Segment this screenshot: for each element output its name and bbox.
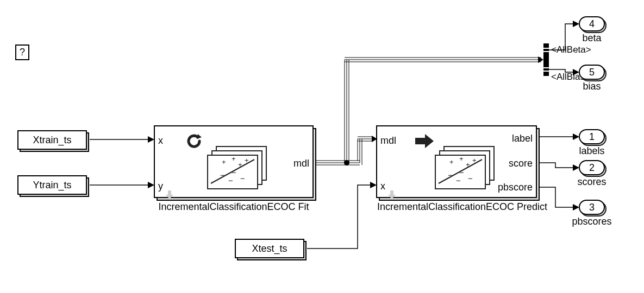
outport-caption: labels	[579, 145, 604, 157]
outport-caption: bias	[583, 81, 601, 92]
bus-signal-allbeta: <AllBeta>	[551, 44, 591, 55]
fit-port-mdl: mdl	[293, 158, 309, 169]
from-workspace-ytrain[interactable]: Ytrain_ts	[17, 175, 87, 195]
classifier-icon: + + + + − − − −	[434, 145, 499, 190]
fit-caption: IncrementalClassificationECOC Fit	[155, 201, 312, 213]
svg-text:−: −	[228, 176, 233, 185]
svg-text:−: −	[468, 174, 473, 183]
outport-caption: scores	[577, 176, 606, 188]
svg-text:+: +	[466, 161, 470, 169]
outport-number: 4	[589, 18, 595, 30]
outport-caption: pbscores	[572, 216, 611, 227]
predict-caption: IncrementalClassificationECOC Predict	[377, 201, 536, 213]
outport-number: 5	[589, 67, 595, 78]
refresh-icon	[185, 133, 203, 149]
down-arrow-icon	[388, 190, 396, 199]
fit-port-y: y	[158, 181, 163, 192]
outport-bias[interactable]: 5 bias	[579, 65, 605, 80]
from-workspace-xtrain[interactable]: Xtrain_ts	[17, 130, 87, 150]
svg-text:+: +	[245, 156, 249, 164]
outport-number: 1	[589, 131, 595, 143]
simulink-canvas[interactable]: ? Xtrain_ts Ytrain_ts Xtest_ts x y mdl I…	[0, 0, 644, 293]
outport-caption: beta	[582, 33, 601, 44]
svg-point-29	[344, 160, 349, 165]
svg-text:−: −	[448, 170, 453, 180]
outport-number: 3	[589, 202, 595, 213]
down-arrow-icon	[166, 190, 173, 199]
outport-pbscores[interactable]: 3 pbscores	[579, 200, 605, 215]
block-label: Xtrain_ts	[33, 135, 71, 146]
classifier-icon: + + + + − − − −	[207, 145, 272, 190]
model-help-annotation[interactable]: ?	[15, 44, 29, 60]
svg-text:+: +	[449, 158, 454, 166]
fit-port-x: x	[158, 135, 163, 146]
block-label: Xtest_ts	[252, 243, 287, 254]
fit-block[interactable]: x y mdl IncrementalClassificationECOC Fi…	[154, 125, 314, 198]
svg-text:+: +	[459, 155, 464, 163]
block-label: Ytrain_ts	[33, 180, 71, 191]
svg-text:+: +	[222, 158, 226, 166]
predict-port-score: score	[509, 158, 533, 169]
from-workspace-xtest[interactable]: Xtest_ts	[235, 239, 304, 258]
predict-block[interactable]: mdl x label score pbscore IncrementalCla…	[376, 125, 537, 198]
outport-labels[interactable]: 1 labels	[579, 129, 605, 144]
svg-text:−: −	[220, 170, 225, 180]
predict-port-mdl: mdl	[380, 135, 396, 146]
outport-beta[interactable]: 4 beta	[579, 16, 605, 31]
bus-selector[interactable]	[543, 43, 549, 76]
predict-port-label: label	[512, 133, 533, 144]
outport-scores[interactable]: 2 scores	[579, 160, 605, 175]
outport-number: 2	[589, 162, 595, 174]
predict-port-pbscore: pbscore	[498, 182, 533, 193]
svg-text:+: +	[472, 156, 477, 164]
svg-text:+: +	[238, 161, 242, 169]
svg-text:−: −	[456, 176, 461, 185]
svg-text:−: −	[240, 174, 245, 183]
arrow-right-icon	[415, 134, 434, 148]
svg-text:+: +	[232, 155, 236, 163]
predict-port-x: x	[380, 181, 385, 192]
annotation-text: ?	[20, 47, 25, 58]
